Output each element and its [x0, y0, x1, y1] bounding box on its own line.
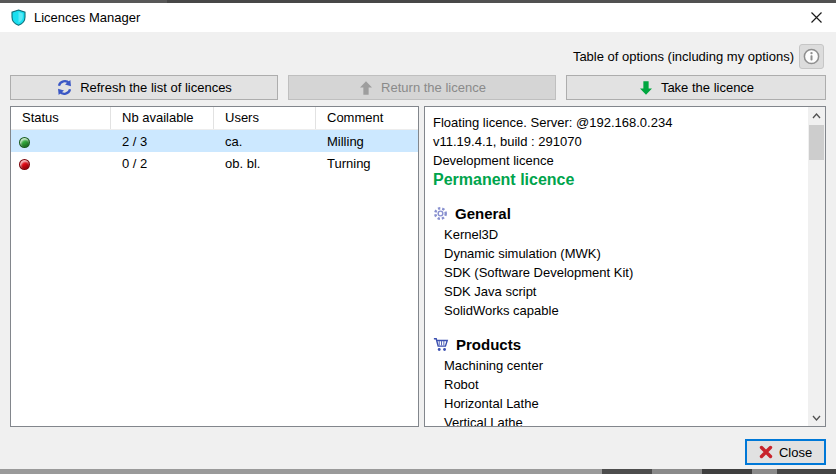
return-button-label: Return the licence	[381, 80, 486, 95]
column-header-comment[interactable]: Comment	[316, 107, 418, 129]
table-of-options-label: Table of options (including my options)	[573, 49, 794, 64]
refresh-button-label: Refresh the list of licences	[80, 80, 232, 95]
title-bar: Licences Manager	[0, 3, 836, 32]
cell-nb-available: 2 / 3	[111, 134, 214, 149]
list-item: Dynamic simulation (MWK)	[433, 244, 808, 263]
cell-users: ca.	[214, 134, 316, 149]
info-icon	[803, 48, 820, 65]
general-section-title: General	[455, 205, 511, 222]
column-header-users[interactable]: Users	[214, 107, 316, 129]
details-scrollbar[interactable]	[808, 107, 825, 426]
take-button-label: Take the licence	[661, 80, 754, 95]
close-red-x-icon	[759, 445, 773, 459]
app-shield-icon	[10, 9, 27, 26]
return-up-arrow-icon	[358, 80, 374, 96]
list-item: Kernel3D	[433, 225, 808, 244]
background-window-edge-bottom	[0, 469, 836, 474]
cell-users: ob. bl.	[214, 156, 316, 171]
list-item: Vertical Lathe	[433, 413, 808, 426]
list-item: Machining center	[433, 356, 808, 375]
status-green-dot-icon	[19, 137, 30, 148]
products-section-heading: Products	[433, 334, 808, 354]
cell-nb-available: 0 / 2	[111, 156, 214, 171]
scrollbar-thumb[interactable]	[809, 125, 824, 160]
licence-details-panel: Floating licence. Server: @192.168.0.234…	[424, 106, 826, 427]
column-header-status[interactable]: Status	[11, 107, 111, 129]
info-button[interactable]	[799, 44, 824, 69]
products-section-title: Products	[456, 336, 521, 353]
version-line: v11.19.4.1, build : 291070	[433, 132, 808, 151]
column-header-nb[interactable]: Nb available	[111, 107, 214, 129]
scrollbar-up-icon[interactable]	[808, 107, 825, 124]
list-item: SDK Java script	[433, 282, 808, 301]
gear-icon	[433, 206, 448, 221]
licence-type-line: Development licence	[433, 151, 808, 170]
list-item: SDK (Software Development Kit)	[433, 263, 808, 282]
licence-details-content: Floating licence. Server: @192.168.0.234…	[425, 107, 808, 426]
close-button[interactable]: Close	[745, 439, 826, 465]
cart-icon	[433, 337, 449, 352]
products-items: Machining center Robot Horizontal Lathe …	[433, 356, 808, 426]
window-close-icon[interactable]	[796, 3, 836, 32]
status-red-dot-icon	[19, 159, 30, 170]
permanent-licence-label: Permanent licence	[433, 170, 808, 189]
close-button-label: Close	[779, 445, 812, 460]
table-row[interactable]: 0 / 2 ob. bl. Turning	[11, 152, 418, 174]
licences-manager-window: Licences Manager Table of options (inclu…	[0, 0, 836, 474]
return-licence-button: Return the licence	[288, 75, 556, 100]
window-title: Licences Manager	[34, 10, 140, 25]
licence-list: Status Nb available Users Comment 2 / 3 …	[10, 106, 419, 427]
refresh-icon	[56, 79, 73, 96]
general-section-heading: General	[433, 203, 808, 223]
take-down-arrow-icon	[638, 80, 654, 96]
cell-comment: Turning	[316, 156, 418, 171]
table-row[interactable]: 2 / 3 ca. Milling	[11, 130, 418, 152]
refresh-licences-button[interactable]: Refresh the list of licences	[10, 75, 278, 100]
list-item: SolidWorks capable	[433, 301, 808, 320]
take-licence-button[interactable]: Take the licence	[566, 75, 826, 100]
list-item: Horizontal Lathe	[433, 394, 808, 413]
list-item: Robot	[433, 375, 808, 394]
cell-comment: Milling	[316, 134, 418, 149]
licence-list-header: Status Nb available Users Comment	[11, 107, 418, 130]
scrollbar-down-icon[interactable]	[808, 409, 825, 426]
server-line: Floating licence. Server: @192.168.0.234	[433, 113, 808, 132]
general-items: Kernel3D Dynamic simulation (MWK) SDK (S…	[433, 225, 808, 320]
